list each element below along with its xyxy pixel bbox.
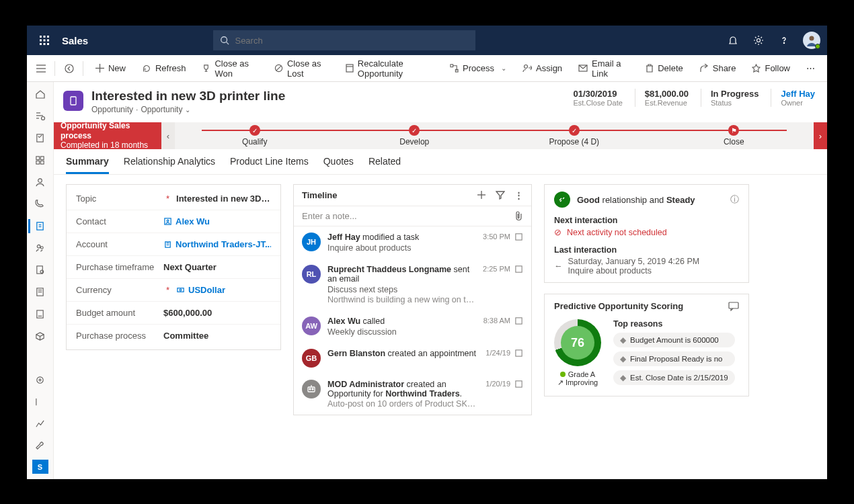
- nav-recent-icon[interactable]: [28, 108, 52, 125]
- reason-chip[interactable]: ◆Budget Amount is 600000: [613, 333, 735, 347]
- field-process[interactable]: Purchase processCommittee: [67, 325, 280, 347]
- stat-close-date[interactable]: 01/30/2019Est.Close Date: [564, 89, 622, 107]
- refresh-button[interactable]: Refresh: [135, 58, 193, 79]
- next-interaction-label: Next interaction: [554, 216, 739, 225]
- nav-goals-icon[interactable]: [28, 416, 52, 433]
- nav-quotes-icon[interactable]: [28, 262, 52, 279]
- notifications-icon[interactable]: [726, 34, 740, 47]
- tab-product-line-items[interactable]: Product Line Items: [230, 156, 309, 174]
- share-button[interactable]: Share: [693, 58, 743, 79]
- field-topic[interactable]: Topic*Interested in new 3D pri...: [67, 187, 280, 210]
- stat-status[interactable]: In ProgressStatus: [701, 89, 759, 107]
- bpf-stage-qualify[interactable]: ✓Qualify: [175, 122, 335, 149]
- close-won-button[interactable]: Close as Won: [195, 58, 264, 79]
- reason-chip[interactable]: ◆Final Proposal Ready is no: [613, 351, 735, 366]
- tab-summary[interactable]: Summary: [66, 156, 109, 174]
- account-icon: [163, 240, 172, 249]
- trash-icon: [646, 64, 654, 73]
- assign-button[interactable]: Assign: [516, 58, 569, 79]
- app-launcher-icon[interactable]: [34, 30, 55, 51]
- delete-button[interactable]: Delete: [639, 58, 690, 79]
- timeline-item[interactable]: MOD Administrator created an Opportunity…: [294, 374, 531, 415]
- timeline-avatar: [302, 380, 321, 398]
- search-input[interactable]: [235, 36, 469, 46]
- nav-dashboards-icon[interactable]: [28, 152, 52, 169]
- app-name: Sales: [62, 35, 88, 46]
- bpf-process-name[interactable]: Opportunity Sales processCompleted in 18…: [54, 122, 161, 149]
- details-card: Topic*Interested in new 3D pri... Contac…: [66, 184, 281, 350]
- stat-revenue[interactable]: $81,000.00Est.Revenue: [635, 89, 689, 107]
- nav-competitors-icon[interactable]: [28, 349, 52, 366]
- info-icon[interactable]: ⓘ: [730, 194, 739, 206]
- bpf-stage-close[interactable]: ⚑Close: [654, 122, 814, 149]
- chat-icon[interactable]: [728, 302, 739, 311]
- bpf-stage-propose[interactable]: ✓Propose (4 D): [494, 122, 654, 149]
- timeline-more-icon[interactable]: ⋮: [514, 190, 523, 200]
- field-budget[interactable]: Budget amount$600,000.00: [67, 302, 280, 325]
- timeline-avatar: RL: [302, 265, 321, 284]
- timeline-item[interactable]: RLRuprecht Thaddeus Longname sent an ema…: [294, 259, 531, 310]
- field-currency[interactable]: Currency*USDollar: [67, 279, 280, 302]
- field-account[interactable]: AccountNorthwind Traders-JT...: [67, 233, 280, 256]
- check-icon: ✓: [569, 125, 580, 136]
- recalculate-button[interactable]: Recalculate Opportunity: [339, 58, 440, 79]
- close-lost-button[interactable]: Close as Lost: [268, 58, 336, 79]
- tab-relationship-analytics[interactable]: Relationship Analytics: [124, 156, 215, 174]
- help-icon[interactable]: [777, 34, 791, 47]
- nav-leads-icon[interactable]: [28, 240, 52, 257]
- tab-related[interactable]: Related: [368, 156, 401, 174]
- user-avatar[interactable]: [803, 32, 820, 49]
- attachment-icon[interactable]: [514, 211, 523, 221]
- nav-products-icon[interactable]: [28, 328, 52, 345]
- nav-reports-icon[interactable]: [28, 394, 52, 411]
- stat-owner[interactable]: Jeff HayOwner: [771, 89, 815, 107]
- svg-rect-64: [516, 234, 522, 240]
- nav-orders-icon[interactable]: [28, 284, 52, 300]
- timeline-add-icon[interactable]: [477, 190, 486, 200]
- timeline-item[interactable]: GBGern Blanston created an appointment1/…: [294, 343, 531, 374]
- sitemap-toggle-icon[interactable]: [32, 58, 49, 79]
- nav-contacts-icon[interactable]: [28, 196, 52, 213]
- process-button[interactable]: Process⌄: [443, 58, 513, 79]
- new-button[interactable]: New: [89, 58, 132, 79]
- global-search[interactable]: [213, 30, 475, 50]
- bpf-prev-button[interactable]: ‹: [161, 122, 175, 149]
- calculator-icon: [346, 64, 354, 73]
- nav-pinned-icon[interactable]: [28, 130, 52, 146]
- flow-icon: [450, 64, 459, 73]
- record-subtitle[interactable]: Opportunity·Opportunity⌄: [91, 105, 285, 114]
- score-grade: Grade A↗ Improving: [554, 370, 601, 387]
- timeline-filter-icon[interactable]: [496, 190, 505, 200]
- nav-home-icon[interactable]: [28, 86, 52, 103]
- chevron-down-icon: ⌄: [185, 106, 190, 114]
- tab-quotes[interactable]: Quotes: [323, 156, 354, 174]
- overflow-button[interactable]: ⋯: [800, 58, 822, 79]
- app-switcher[interactable]: S: [32, 460, 48, 474]
- last-interaction-value[interactable]: ← Saturday, January 5, 2019 4:26 PMInqui…: [554, 257, 739, 276]
- left-nav-rail: S: [27, 82, 54, 479]
- reason-chip[interactable]: ◆Est. Close Date is 2/15/2019: [613, 370, 735, 385]
- timeline-item[interactable]: JHJeff Hay modified a taskInquire about …: [294, 226, 531, 259]
- go-back-icon[interactable]: [61, 58, 77, 79]
- svg-rect-24: [451, 65, 453, 67]
- nav-tools-icon[interactable]: [28, 437, 52, 454]
- business-process-flow: Opportunity Sales processCompleted in 18…: [54, 122, 827, 149]
- field-timeframe[interactable]: Purchase timeframeNext Quarter: [67, 256, 280, 279]
- svg-point-52: [39, 379, 41, 381]
- timeline-avatar: AW: [302, 317, 321, 335]
- timeline-item[interactable]: AWAlex Wu calledWeekly discussion8:38 AM: [294, 310, 531, 343]
- nav-opportunities-icon[interactable]: [28, 218, 52, 235]
- follow-button[interactable]: Follow: [745, 58, 797, 79]
- timeline-note-input[interactable]: Enter a note...: [294, 206, 531, 226]
- activity-type-icon: [514, 317, 523, 325]
- bpf-stage-develop[interactable]: ✓Develop: [335, 122, 495, 149]
- nav-settings-icon[interactable]: [28, 372, 52, 388]
- timeline-time: 1/20/19: [486, 380, 523, 409]
- arrow-left-icon: ←: [554, 261, 563, 271]
- email-link-button[interactable]: Email a Link: [572, 58, 636, 79]
- nav-invoices-icon[interactable]: [28, 306, 52, 323]
- nav-accounts-icon[interactable]: [28, 174, 52, 191]
- bpf-next-button[interactable]: ›: [814, 122, 827, 149]
- settings-icon[interactable]: [752, 34, 765, 47]
- field-contact[interactable]: ContactAlex Wu: [67, 210, 280, 233]
